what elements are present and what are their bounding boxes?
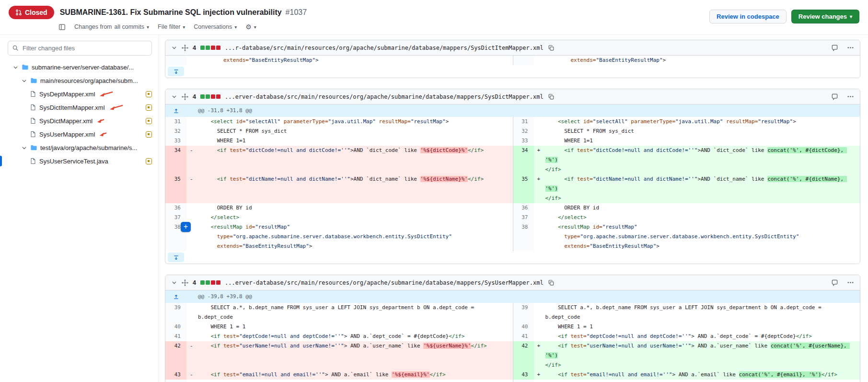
selected-file-indicator xyxy=(0,156,2,166)
file-comment-button[interactable] xyxy=(831,93,838,100)
tree-file-label: SysUserServiceTest.java xyxy=(39,158,108,165)
tree-file-row[interactable]: SysDeptMapper.xml xyxy=(8,87,152,101)
expand-diff-down-button[interactable] xyxy=(168,253,184,262)
line-number[interactable]: 41 xyxy=(513,332,534,341)
code-token xyxy=(590,224,593,230)
code-token: > xyxy=(663,57,666,63)
tree-file-row[interactable]: SysDictMapper.xml xyxy=(8,114,152,127)
all-commits-label: all commits xyxy=(115,23,145,30)
modified-status-icon xyxy=(146,158,152,164)
drag-file-icon[interactable] xyxy=(182,93,188,100)
line-number[interactable]: 40 xyxy=(165,322,186,332)
line-number[interactable]: 35 xyxy=(165,174,186,203)
code-token: </if> xyxy=(468,176,484,182)
line-number[interactable]: 35 xyxy=(513,174,534,203)
tree-folder-label: main/resources/org/apache/subm... xyxy=(40,77,138,84)
file-comment-button[interactable] xyxy=(831,279,838,286)
code-line: <resultMap id="resultMap" type="org.apac… xyxy=(534,222,860,251)
line-number[interactable] xyxy=(165,56,186,65)
collapse-file-button[interactable] xyxy=(171,93,177,100)
code-token: extends= xyxy=(217,243,243,249)
tree-file-label: SysDeptMapper.xml xyxy=(39,91,95,98)
changes-from-dropdown[interactable]: Changes from all commits ▾ xyxy=(74,23,149,30)
expand-hunk-up-button[interactable] xyxy=(165,104,186,117)
line-number[interactable]: 42 xyxy=(165,341,186,370)
tree-file-row[interactable]: SysUserMapper.xml xyxy=(8,127,152,141)
tree-folder-row[interactable]: test/java/org/apache/submarine/s... xyxy=(8,141,152,154)
line-number[interactable]: 39 xyxy=(165,303,186,322)
tree-folder-label: submarine-server/server-database/... xyxy=(32,64,134,71)
copy-path-button[interactable] xyxy=(548,45,555,51)
code-token: <select xyxy=(558,118,580,125)
line-number[interactable]: 36 xyxy=(165,203,186,213)
code-token xyxy=(198,147,217,153)
line-number[interactable]: 37 xyxy=(165,213,186,222)
line-number[interactable]: 43 xyxy=(513,370,534,380)
code-token: "dictCode!=null and dictCode!=''" xyxy=(593,147,698,153)
diff-settings-dropdown[interactable]: ⚙ ▾ xyxy=(245,23,256,31)
annotation-arrow xyxy=(109,104,124,111)
expand-gutter xyxy=(165,251,186,264)
line-number[interactable]: 33 xyxy=(513,136,534,146)
line-number[interactable]: 42 xyxy=(513,341,534,370)
code-line: WHERE 1=1 xyxy=(534,136,860,146)
line-number[interactable]: 38 xyxy=(513,222,534,251)
toggle-file-tree-button[interactable] xyxy=(58,23,66,31)
code-token xyxy=(198,224,211,230)
line-number[interactable]: 31 xyxy=(165,117,186,127)
file-options-button[interactable] xyxy=(847,279,854,286)
code-token: >AND `dict_name` like xyxy=(350,176,420,182)
file-options-button[interactable] xyxy=(847,93,854,100)
line-number[interactable]: 40 xyxy=(513,322,534,332)
line-number[interactable]: 34 xyxy=(165,146,186,174)
drag-file-icon[interactable] xyxy=(182,279,188,286)
addition-marker: + xyxy=(537,341,541,351)
tree-file-row[interactable]: SysUserServiceTest.java xyxy=(8,154,152,168)
code-token: <resultMap xyxy=(558,224,590,230)
tree-folder-row[interactable]: main/resources/org/apache/subm... xyxy=(8,74,152,87)
tree-folder-row[interactable]: submarine-server/server-database/... xyxy=(8,60,152,74)
line-number[interactable] xyxy=(513,56,534,65)
copy-path-button[interactable] xyxy=(548,93,555,100)
line-number[interactable]: 43 xyxy=(165,370,186,380)
code-token: resultMap= xyxy=(379,118,411,125)
chevron-down-icon xyxy=(12,64,19,70)
diff-row: @@ -39,8 +39,8 @@ xyxy=(165,290,860,303)
diff-row: 40 WHERE 1 = 140 WHERE 1 = 1 xyxy=(165,322,860,332)
review-changes-button[interactable]: Review changes ▾ xyxy=(791,10,859,23)
code-token: id= xyxy=(236,118,245,125)
line-number[interactable]: 44 xyxy=(513,380,534,382)
add-line-comment-button[interactable]: + xyxy=(181,222,191,232)
line-number[interactable]: 44 xyxy=(165,380,186,382)
conversations-dropdown[interactable]: Conversations ▾ xyxy=(194,23,237,30)
code-token: > AND a.`email` like xyxy=(325,371,392,378)
line-number[interactable]: 41 xyxy=(165,332,186,341)
code-line: </select> xyxy=(534,213,860,222)
expand-down-icon xyxy=(173,69,179,75)
line-number[interactable]: 32 xyxy=(165,127,186,136)
line-number[interactable]: 32 xyxy=(513,127,534,136)
filter-changed-files-input[interactable] xyxy=(8,41,152,56)
review-in-codespace-button[interactable]: Review in codespace xyxy=(709,10,787,23)
line-number[interactable]: 33 xyxy=(165,136,186,146)
line-number[interactable]: 39 xyxy=(513,303,534,322)
code-token: > xyxy=(793,118,796,125)
file-comment-button[interactable] xyxy=(831,44,838,51)
line-number[interactable]: 36 xyxy=(513,203,534,213)
copy-path-button[interactable] xyxy=(548,279,555,286)
file-filter-dropdown[interactable]: File filter ▾ xyxy=(158,23,185,30)
collapse-file-button[interactable] xyxy=(171,279,177,286)
code-token: ORDER BY id xyxy=(198,205,252,211)
line-number[interactable]: 31 xyxy=(513,117,534,127)
collapse-file-button[interactable] xyxy=(171,45,177,51)
drag-file-icon[interactable] xyxy=(182,45,188,51)
code-line: + <if test="dictCode!=null and dictCode!… xyxy=(534,146,860,174)
file-options-button[interactable] xyxy=(847,44,854,51)
line-number[interactable]: 37 xyxy=(513,213,534,222)
expand-diff-down-button[interactable] xyxy=(168,67,184,76)
expand-hunk-up-button[interactable] xyxy=(165,290,186,303)
tree-file-row[interactable]: SysDictItemMapper.xml xyxy=(8,101,152,114)
line-number[interactable]: 34 xyxy=(513,146,534,174)
chevron-down-icon xyxy=(171,93,177,100)
code-token xyxy=(545,224,558,230)
